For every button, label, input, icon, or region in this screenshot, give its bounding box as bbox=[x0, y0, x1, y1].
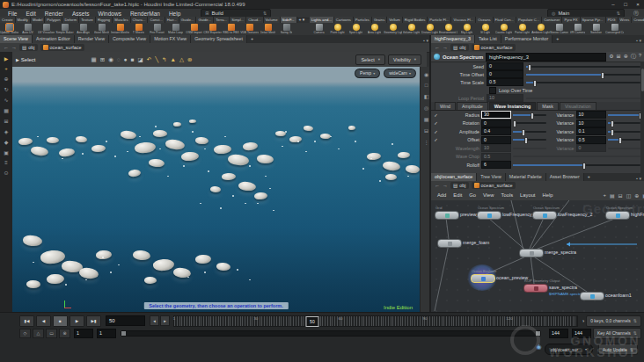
shelf-tab-pyro-fx[interactable]: Pyro FX bbox=[562, 17, 580, 23]
network-editor-canvas[interactable]: Geometry Gridpreview_gridOcean Spectruml… bbox=[431, 200, 644, 313]
shelf-tab-cloud[interactable]: Cloud... bbox=[246, 17, 263, 23]
shelf-tab-oceans[interactable]: Oceans bbox=[476, 17, 493, 23]
maximize-button[interactable]: □ bbox=[622, 2, 629, 7]
network-menu-icon-2[interactable]: ⊟ bbox=[618, 192, 623, 199]
viewport-strip-icon-1[interactable]: □ bbox=[425, 83, 428, 88]
shelf-tab-grains[interactable]: Grains bbox=[372, 17, 387, 23]
right-bottom-pane-tab-tree-view[interactable]: Tree View bbox=[477, 173, 506, 181]
node-merge-spectra[interactable]: merge_spectra bbox=[519, 249, 542, 257]
field-amplitude-variance[interactable]: 0.1 bbox=[576, 127, 606, 135]
shelf-tab-particles[interactable]: Particles bbox=[354, 17, 372, 23]
jump-start-button[interactable]: ▮◀ bbox=[19, 315, 34, 327]
shelf-tab-guide[interactable]: Guide... bbox=[179, 17, 197, 23]
forward-icon[interactable]: → bbox=[443, 183, 448, 188]
menu-assets[interactable]: Assets bbox=[68, 11, 94, 17]
shelf-tab-model[interactable]: Model bbox=[31, 17, 45, 23]
forward-icon[interactable]: → bbox=[11, 45, 17, 50]
viewport-strip-icon-0[interactable]: ◉ bbox=[424, 71, 428, 77]
viewport-strip-icon-5[interactable]: ⊟ bbox=[424, 127, 428, 134]
param-tab-wave-instancing[interactable]: Wave Instancing bbox=[489, 102, 537, 110]
slider-handle[interactable] bbox=[513, 120, 516, 127]
slider-seed[interactable] bbox=[526, 66, 640, 68]
shelf-tab-viscous-fl[interactable]: Viscous Fl... bbox=[451, 17, 476, 23]
playbar-toggle-2[interactable]: ▭ bbox=[46, 329, 57, 338]
slider-time-offset[interactable] bbox=[526, 74, 640, 76]
param-tab-visualization[interactable]: Visualization bbox=[560, 102, 596, 110]
back-icon[interactable]: ← bbox=[4, 45, 9, 50]
left-tool-icon-2[interactable]: ⊕ bbox=[4, 76, 8, 82]
param-header-icon-0[interactable]: ⚙ bbox=[609, 53, 613, 61]
prev-frame-button[interactable]: ◂ bbox=[150, 315, 159, 326]
menu-edit[interactable]: Edit bbox=[21, 11, 40, 17]
network-menu-tools[interactable]: Tools bbox=[499, 192, 516, 198]
node-body[interactable] bbox=[477, 211, 501, 220]
shelf-tool-gi-light[interactable]: GI Light bbox=[476, 23, 494, 35]
shelf-tool-t-sheets[interactable]: T Sheets bbox=[129, 23, 148, 35]
vp-tool-icon-2[interactable]: ◉ bbox=[108, 56, 113, 63]
add-shelf-tab-button[interactable]: + ▾ bbox=[297, 17, 307, 23]
slider-offset-variance[interactable] bbox=[608, 139, 641, 141]
field-wave-chop[interactable]: 0.5 bbox=[481, 153, 511, 161]
slider-handle[interactable] bbox=[582, 163, 586, 170]
right-top-pane-add-tab-button[interactable]: + bbox=[553, 35, 562, 43]
select-mode-dropdown[interactable]: Select bbox=[355, 54, 385, 65]
shelf-tool-simple-baker[interactable]: Simple Baker bbox=[55, 23, 74, 35]
checkbox-radius[interactable]: ✓ bbox=[433, 112, 439, 118]
node-body[interactable] bbox=[580, 292, 604, 300]
shelf-tool-voxel-mesh[interactable]: Voxel Mesh bbox=[92, 23, 111, 35]
range-end2-field[interactable]: 144 bbox=[572, 329, 591, 338]
auto-update-dropdown[interactable]: Auto Update⇅ bbox=[598, 344, 638, 355]
left-tool-icon-9[interactable]: ▣ bbox=[4, 149, 9, 156]
slider-handle[interactable] bbox=[601, 72, 604, 79]
current-frame-field[interactable]: 50 bbox=[106, 315, 145, 326]
slider-rolloff[interactable] bbox=[513, 164, 640, 166]
network-menu-icon-3[interactable]: ◫ bbox=[626, 192, 632, 199]
play-reverse-button[interactable]: ◀ bbox=[36, 315, 51, 327]
shelf-tab-chara[interactable]: Chara... bbox=[131, 17, 149, 23]
left-tool-icon-4[interactable]: ∿ bbox=[4, 97, 8, 103]
range-start-field[interactable]: 1 bbox=[74, 329, 93, 338]
key-clock-icon[interactable]: ◑ bbox=[582, 318, 584, 323]
viewport-strip-icon-4[interactable]: ▦ bbox=[424, 116, 429, 122]
shelf-tool-uv-visualize[interactable]: UV Visualize bbox=[37, 23, 55, 35]
left-tool-icon-7[interactable]: ◈ bbox=[4, 128, 9, 134]
shelf-tab-volume[interactable]: Volume bbox=[264, 17, 281, 23]
slider-rotation-variance[interactable] bbox=[608, 122, 641, 124]
left-tool-icon-5[interactable]: ▦ bbox=[4, 107, 9, 113]
field-rotation-variance[interactable]: 10 bbox=[576, 119, 606, 127]
right-bottom-pane-tab-obj-ocean-surface[interactable]: obj/ocean_surface bbox=[431, 173, 477, 181]
left-tool-icon-6[interactable]: ⊞ bbox=[4, 118, 8, 124]
network-menu-layout[interactable]: Layout bbox=[517, 192, 538, 198]
range-end-field[interactable]: 144 bbox=[549, 329, 568, 338]
checkbox-rotation[interactable]: ✓ bbox=[433, 120, 439, 126]
param-header-icon-1[interactable]: ⊞ bbox=[617, 53, 621, 61]
shelf-tool-spot-light[interactable]: Spot Light bbox=[347, 23, 365, 35]
playbar-toggle-3[interactable]: ⊗ bbox=[59, 329, 70, 338]
node-ocean-preview[interactable]: Ocean Evaluateocean_preview bbox=[471, 274, 494, 283]
next-frame-button[interactable]: ▸ bbox=[160, 315, 170, 326]
camera-dropdown[interactable]: wideCam bbox=[384, 69, 416, 78]
breadcrumb-node[interactable]: ocean_surface bbox=[472, 182, 516, 189]
loop-period-field[interactable]: 10 bbox=[487, 94, 523, 102]
menu-help[interactable]: Help bbox=[165, 11, 185, 17]
shelf-tool-point-light[interactable]: Point Light bbox=[328, 23, 347, 35]
vp-tool-icon-4[interactable]: ● bbox=[124, 56, 128, 63]
shelf-tool-environment-light[interactable]: Environment Light bbox=[439, 23, 457, 35]
param-header-icon-3[interactable]: ⓘ bbox=[631, 53, 636, 61]
back-icon[interactable]: ← bbox=[435, 45, 440, 50]
slider-amplitude-variance[interactable] bbox=[608, 131, 641, 133]
shelf-tool-osm-import[interactable]: OSM Import bbox=[185, 23, 203, 35]
left-pane-tab-animation-editor[interactable]: Animation Editor bbox=[33, 35, 75, 43]
shelf-tab-modify[interactable]: Modify bbox=[16, 17, 31, 23]
left-tool-icon-0[interactable]: ▶ bbox=[4, 55, 9, 62]
node-body[interactable] bbox=[437, 239, 462, 248]
shelf-tab-deform[interactable]: Deform bbox=[62, 17, 79, 23]
playbar-toggle-0[interactable]: ◇ bbox=[19, 329, 31, 338]
shelf-tab-wires[interactable]: Wires bbox=[618, 17, 633, 23]
viewport-strip-icon-6[interactable]: ⋮ bbox=[424, 139, 429, 145]
shelf-tab-populate-c[interactable]: Populate C... bbox=[516, 17, 542, 23]
slider-radius[interactable] bbox=[513, 114, 546, 116]
shelf-tool-csv-exporter[interactable]: CSV Exporter bbox=[203, 23, 222, 35]
network-menu-icon-4[interactable]: ⊕ bbox=[634, 192, 639, 199]
node-preview-grid[interactable]: Gridpreview_grid bbox=[435, 211, 457, 220]
